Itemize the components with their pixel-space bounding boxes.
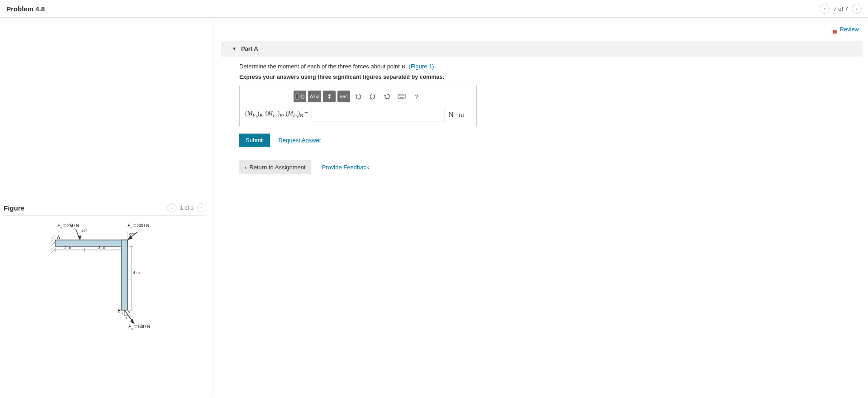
page-counter: 7 of 7 — [833, 5, 848, 12]
answer-row: (MF1)B, (MF2)B, (MF3)B = N · m — [245, 108, 471, 121]
part-header[interactable]: ▼ Part A — [221, 41, 863, 57]
svg-text:3 m: 3 m — [98, 245, 105, 250]
svg-text:√: √ — [300, 94, 302, 97]
figure-prev-button[interactable]: ‹ — [167, 203, 176, 212]
svg-marker-34 — [328, 97, 331, 99]
express-instruction: Express your answers using three signifi… — [239, 74, 864, 80]
force-F2: F2 = 300 N 60° — [128, 223, 149, 240]
right-panel: Review ▼ Part A Determine the moment of … — [213, 18, 868, 398]
svg-line-1 — [51, 238, 55, 243]
point-B-label: B — [118, 308, 121, 313]
caret-down-icon: ▼ — [232, 46, 237, 51]
figure-image: A B F1 = 250 N 30° — [4, 222, 206, 341]
actions-row: Submit Request Answer — [239, 134, 864, 147]
figure-header: Figure ‹ 1 of 1 › — [4, 203, 206, 216]
subscript-button[interactable] — [323, 91, 336, 102]
review-label: Review — [840, 26, 859, 33]
F3-label: F3 = 500 N — [128, 324, 150, 331]
reset-button[interactable] — [381, 91, 394, 102]
svg-rect-29 — [296, 94, 299, 99]
point-A-label: A — [57, 235, 60, 240]
prompt-text: Determine the moment of each of the thre… — [239, 63, 864, 70]
review-row: Review — [221, 26, 868, 33]
figure-title: Figure — [4, 204, 24, 212]
svg-marker-35 — [356, 94, 358, 96]
answer-toolbar: √ ΑΣφ vec — [245, 91, 471, 102]
F3-tri-hyp: 5 — [128, 311, 130, 314]
content-area: Figure ‹ 1 of 1 › — [0, 18, 868, 398]
svg-rect-6 — [121, 240, 128, 310]
page-header: Problem 4.8 ‹ 7 of 7 › — [0, 0, 868, 18]
svg-point-42 — [403, 95, 404, 96]
answer-input[interactable] — [312, 108, 445, 121]
svg-rect-38 — [398, 94, 405, 99]
prev-page-button[interactable]: ‹ — [820, 4, 830, 14]
problem-title: Problem 4.8 — [6, 5, 45, 13]
undo-button[interactable] — [352, 91, 365, 102]
F1-angle: 30° — [81, 229, 87, 233]
review-link[interactable]: Review — [832, 26, 859, 33]
part-body: Determine the moment of each of the thre… — [221, 57, 868, 181]
redo-button[interactable] — [366, 91, 379, 102]
answer-box: √ ΑΣφ vec — [239, 85, 477, 127]
unit-label: N · m — [449, 111, 464, 119]
dim-4m: 4 m — [129, 246, 140, 310]
svg-point-41 — [402, 95, 403, 96]
svg-text:4 m: 4 m — [133, 270, 140, 275]
figure-svg: A B F1 = 250 N 30° — [42, 222, 168, 340]
svg-rect-43 — [400, 97, 403, 98]
svg-line-2 — [51, 242, 55, 246]
force-F3: 3 4 5 F3 = 500 N — [122, 310, 150, 331]
svg-rect-31 — [302, 95, 304, 99]
keyboard-button[interactable] — [395, 91, 408, 102]
page-nav: ‹ 7 of 7 › — [820, 4, 862, 14]
submit-button[interactable]: Submit — [239, 134, 270, 147]
figure-section: Figure ‹ 1 of 1 › — [4, 203, 206, 341]
review-icon — [832, 28, 836, 32]
svg-marker-37 — [384, 95, 386, 96]
F2-angle: 60° — [129, 232, 135, 236]
svg-point-39 — [399, 95, 400, 96]
figure-counter: 1 of 1 — [180, 205, 194, 211]
figure-nav: ‹ 1 of 1 › — [167, 203, 206, 212]
svg-text:2 m: 2 m — [64, 245, 71, 250]
vec-button[interactable]: vec — [337, 91, 350, 102]
force-F1: F1 = 250 N 30° — [57, 223, 87, 240]
left-panel: Figure ‹ 1 of 1 › — [0, 18, 213, 398]
svg-line-4 — [51, 249, 55, 254]
chevron-left-icon: ‹ — [245, 164, 247, 171]
next-page-button[interactable]: › — [852, 4, 862, 14]
feedback-link[interactable]: Provide Feedback — [322, 164, 370, 171]
figure-link[interactable]: (Figure 1) — [408, 63, 434, 70]
help-button[interactable]: ? — [410, 91, 422, 102]
F1-label: F1 = 250 N — [57, 223, 79, 230]
templates-button[interactable]: √ — [294, 91, 306, 102]
svg-point-40 — [400, 95, 401, 96]
request-answer-link[interactable]: Request Answer — [278, 137, 321, 144]
return-button[interactable]: ‹ Return to Assignment — [239, 160, 311, 174]
part-label: Part A — [241, 45, 258, 52]
footer-row: ‹ Return to Assignment Provide Feedback — [239, 160, 864, 174]
svg-line-0 — [51, 235, 55, 239]
F3-tri-v: 4 — [122, 312, 123, 315]
svg-marker-33 — [328, 94, 331, 96]
F3-tri-h: 3 — [125, 316, 127, 320]
figure-next-button[interactable]: › — [197, 203, 206, 212]
answer-variable-label: (MF1)B, (MF2)B, (MF3)B = — [245, 110, 308, 120]
symbols-button[interactable]: ΑΣφ — [308, 91, 321, 102]
svg-line-3 — [51, 245, 55, 250]
F2-label: F2 = 300 N — [128, 223, 149, 230]
svg-marker-36 — [373, 94, 375, 96]
